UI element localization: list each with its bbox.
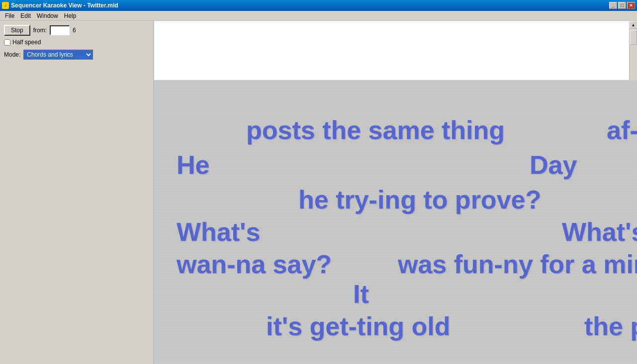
menu-help[interactable]: Help (61, 11, 80, 20)
menu-file[interactable]: File (2, 11, 17, 20)
lyric-word-w12: it's get-ting old (266, 311, 451, 341)
mode-label: Mode: (4, 51, 20, 58)
close-button[interactable]: ✕ (627, 2, 635, 9)
minimize-button[interactable]: _ (609, 2, 617, 9)
lyric-word-w5: he try-ing to prove? (298, 185, 541, 215)
left-panel: Stop from: 6 Half speed Mode: Chords and… (0, 21, 154, 364)
menu-edit[interactable]: Edit (17, 11, 34, 20)
main-container: Stop from: 6 Half speed Mode: Chords and… (0, 21, 637, 364)
lyric-word-w13: the point of (584, 311, 637, 341)
lyric-word-w8: What's (562, 217, 637, 247)
from-input[interactable] (50, 25, 70, 35)
title-bar-left: ♪ Sequencer Karaoke View - Twitter.mid (2, 2, 118, 9)
right-panel: ▲ ▼ posts the same thingaf-ter dayHeDayh… (154, 21, 637, 364)
lyric-word-w10: was fun-ny for a min-ute (398, 249, 637, 279)
chord-area (154, 21, 637, 80)
scroll-thumb[interactable] (630, 30, 637, 45)
lyrics-area: posts the same thingaf-ter dayHeDayhe tr… (154, 80, 637, 364)
half-speed-row: Half speed (4, 39, 149, 46)
app-icon: ♪ (2, 2, 9, 9)
title-bar: ♪ Sequencer Karaoke View - Twitter.mid _… (0, 0, 637, 11)
from-number: 6 (73, 27, 76, 34)
transport-controls: Stop from: 6 (4, 25, 149, 36)
lyric-word-w1: posts the same thing (246, 115, 505, 145)
from-label: from: (33, 27, 47, 34)
half-speed-checkbox[interactable] (4, 39, 10, 46)
scroll-up-arrow[interactable]: ▲ (630, 21, 637, 29)
menu-bar: File Edit Window Help (0, 11, 637, 21)
mode-row: Mode: Chords and lyrics Lyrics only Chor… (4, 50, 149, 60)
stop-button[interactable]: Stop (4, 25, 30, 36)
lyric-word-w7: What's (177, 217, 260, 247)
lyric-word-w9: wan-na say? (177, 249, 332, 279)
menu-window[interactable]: Window (34, 11, 61, 20)
maximize-button[interactable]: □ (618, 2, 626, 9)
lyric-word-w4: Day (530, 150, 577, 180)
lyric-word-w3: He (177, 150, 209, 180)
window-title: Sequencer Karaoke View - Twitter.mid (11, 2, 118, 9)
mode-select[interactable]: Chords and lyrics Lyrics only Chords onl… (23, 50, 93, 60)
half-speed-label: Half speed (12, 39, 41, 46)
lyric-word-w11: It (353, 279, 369, 309)
title-bar-buttons[interactable]: _ □ ✕ (609, 2, 635, 9)
lyric-word-w2: af-ter day (607, 115, 637, 145)
